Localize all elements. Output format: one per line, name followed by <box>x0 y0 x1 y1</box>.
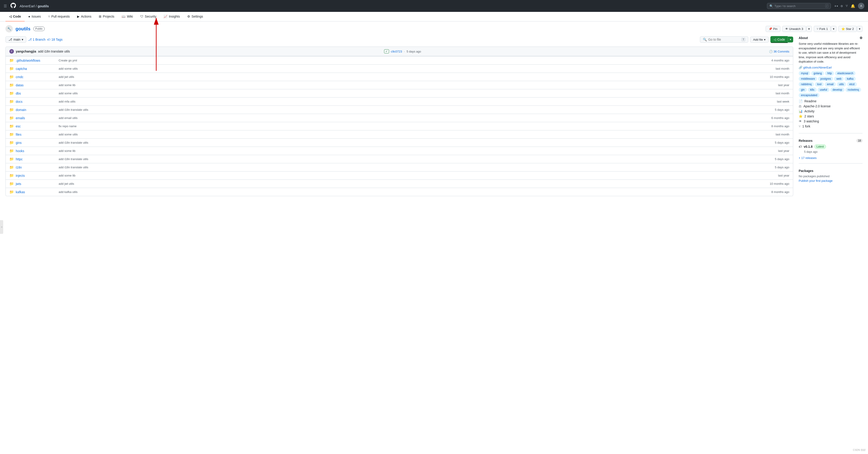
search-input[interactable] <box>775 4 824 8</box>
tab-security[interactable]: 🛡 Security <box>136 12 160 22</box>
tab-code[interactable]: ◁ Code <box>5 12 25 22</box>
release-item: 🏷 v0.1.8 Latest <box>799 144 863 149</box>
file-name-link[interactable]: jwts <box>16 182 57 186</box>
commit-author[interactable]: yangchangjia <box>16 50 36 53</box>
tag-badge[interactable]: elasticsearch <box>835 71 856 76</box>
tag-badge[interactable]: postgres <box>818 77 833 81</box>
file-name-link[interactable]: kafkas <box>16 190 57 194</box>
file-name-link[interactable]: files <box>16 133 57 136</box>
tag-badge[interactable]: golang <box>811 71 824 76</box>
website-link[interactable]: 🔗 github.com/AbnerEarl <box>799 66 863 69</box>
pull-requests-icon[interactable]: ⑂ <box>846 4 848 8</box>
code-dropdown-button[interactable]: ▾ <box>788 36 793 42</box>
file-name-link[interactable]: docs <box>16 100 57 104</box>
activity-link[interactable]: 📊 Activity <box>799 109 863 113</box>
tab-projects[interactable]: ⊞ Projects <box>95 12 118 22</box>
commits-count-link[interactable]: 🕐 36 Commits <box>769 50 789 53</box>
commit-sha: c9c0723 <box>391 50 402 53</box>
github-logo-icon[interactable] <box>10 3 16 9</box>
tag-badge[interactable]: kafka <box>844 77 856 81</box>
file-name-link[interactable]: httpc <box>16 157 57 161</box>
star-dropdown[interactable]: ▾ <box>857 26 863 32</box>
tag-badge[interactable]: rabbitmq <box>799 82 814 87</box>
tab-insights[interactable]: 📈 Insights <box>160 12 183 22</box>
tab-issues[interactable]: ● Issues <box>25 12 44 22</box>
file-table: 📁 .github/workflows Create go.yml 4 mont… <box>5 56 793 196</box>
issues-inbox-icon[interactable]: ⌾ <box>841 4 843 8</box>
watching-link[interactable]: 👁 3 watching <box>799 119 863 123</box>
tab-actions[interactable]: ▶ Actions <box>73 12 95 22</box>
file-time: 5 days ago <box>775 141 789 144</box>
file-time: 5 days ago <box>775 108 789 111</box>
tab-pull-requests[interactable]: ⑂ Pull requests <box>44 12 73 22</box>
tab-wiki[interactable]: 📖 Wiki <box>118 12 136 22</box>
new-dropdown[interactable]: + ▾ <box>835 4 838 8</box>
code-button[interactable]: ◁ Code <box>770 36 788 43</box>
global-search[interactable]: 🔍 / <box>767 3 831 9</box>
tag-count-link[interactable]: 🏷 18 Tags <box>47 38 62 41</box>
tag-badge[interactable]: useful <box>817 87 830 92</box>
repo-link[interactable]: goutils <box>38 4 49 8</box>
avatar[interactable]: A <box>858 3 864 9</box>
tag-badge[interactable]: etcd <box>847 82 857 87</box>
commit-sha-link[interactable]: c9c0723 <box>391 50 402 53</box>
file-name-link[interactable]: esc <box>16 124 57 128</box>
tag-badge[interactable]: k8s <box>808 87 817 92</box>
tag-badge[interactable]: rocketmq <box>845 87 861 92</box>
tag-badge[interactable]: encapsulated <box>799 93 819 97</box>
tag-badge[interactable]: middleware <box>799 77 817 81</box>
committer-avatar: Y <box>9 49 14 54</box>
unwatch-dropdown[interactable]: ▾ <box>806 26 812 32</box>
publish-package-link[interactable]: Publish your first package <box>799 179 833 182</box>
unwatch-button[interactable]: 👁 Unwatch 3 <box>782 26 806 32</box>
file-name-link[interactable]: gins <box>16 141 57 145</box>
tag-badge[interactable]: email <box>825 82 836 87</box>
forks-link[interactable]: ⑂ 1 fork <box>799 124 863 128</box>
tag-badge[interactable]: gin <box>799 87 807 92</box>
tag-badge[interactable]: utils <box>837 82 846 87</box>
go-to-file-input[interactable] <box>708 38 740 41</box>
file-name-link[interactable]: captcha <box>16 67 57 70</box>
about-gear-icon[interactable]: ⚙ <box>860 36 863 40</box>
fork-button[interactable]: ⑂ Fork 1 <box>814 26 831 32</box>
tab-settings[interactable]: ⚙ Settings <box>184 12 207 22</box>
star-button[interactable]: ⭐ Star 2 <box>838 26 857 32</box>
pin-button[interactable]: 📌 Pin <box>766 26 780 32</box>
tag-badge[interactable]: mysql <box>799 71 810 76</box>
file-name-link[interactable]: injects <box>16 174 57 177</box>
file-name-link[interactable]: datas <box>16 83 57 87</box>
file-name-link[interactable]: .github/workflows <box>16 59 57 62</box>
fork-dropdown[interactable]: ▾ <box>831 26 837 32</box>
table-row: 📁 emails add email utils 6 months ago <box>6 114 793 122</box>
file-name-link[interactable]: i18n <box>16 166 57 169</box>
more-releases-link[interactable]: + 17 releases <box>799 156 816 160</box>
readme-link[interactable]: 📄 Readme <box>799 100 863 103</box>
tag-badge[interactable]: http <box>825 71 834 76</box>
file-name-link[interactable]: hooks <box>16 149 57 153</box>
table-row: 📁 dbs add some utils last month <box>6 89 793 97</box>
branch-icon: ⎇ <box>8 38 12 41</box>
branch-selector[interactable]: ⎇ main ▾ <box>5 36 26 43</box>
go-to-file-btn[interactable]: 🔍 T <box>700 36 748 43</box>
user-link[interactable]: AbnerEarl <box>20 4 35 8</box>
tag-badge[interactable]: web <box>834 77 844 81</box>
actions-icon: ▶ <box>77 15 80 18</box>
file-name-link[interactable]: domain <box>16 108 57 112</box>
file-commit-msg: add some utils <box>59 67 774 70</box>
repo-name-link[interactable]: goutils <box>16 26 31 31</box>
file-name-link[interactable]: dbs <box>16 92 57 95</box>
hamburger-icon[interactable]: ☰ <box>4 4 7 8</box>
tag-badge[interactable]: tool <box>815 82 824 87</box>
file-name-link[interactable]: cmdc <box>16 75 57 79</box>
release-version[interactable]: v0.1.8 <box>804 145 813 148</box>
commit-time: 5 days ago <box>407 50 421 53</box>
stars-link[interactable]: ⭐ 2 stars <box>799 114 863 118</box>
add-file-button[interactable]: Add file ▾ <box>750 36 768 43</box>
license-link[interactable]: ⚖ Apache-2.0 license <box>799 104 863 108</box>
branch-count-link[interactable]: ⎇ 1 Branch <box>28 38 45 41</box>
file-time: 8 months ago <box>771 124 789 128</box>
tag-badge[interactable]: develop <box>830 87 844 92</box>
file-time: last month <box>776 133 789 136</box>
notifications-icon[interactable]: 🔔 <box>851 4 855 8</box>
file-name-link[interactable]: emails <box>16 116 57 120</box>
